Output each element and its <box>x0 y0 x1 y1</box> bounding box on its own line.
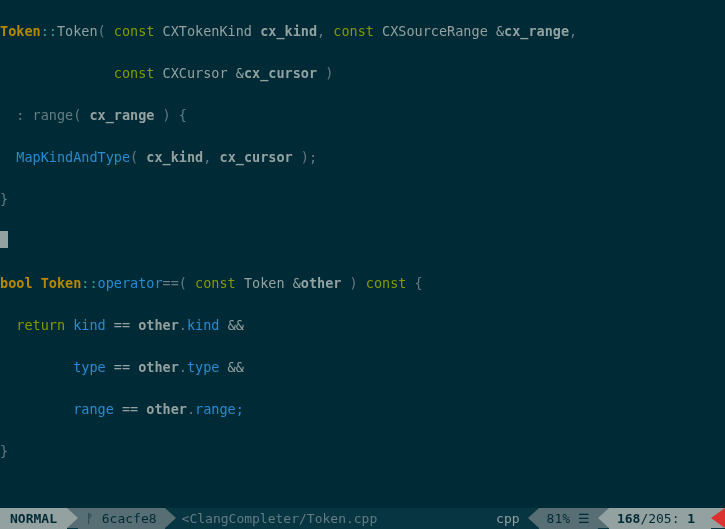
separator-icon <box>598 508 609 528</box>
code-line <box>0 483 725 504</box>
lines-icon: ☰ <box>578 508 590 529</box>
branch-name: 6cacfe8 <box>102 508 157 529</box>
file-path: <ClangCompleter/Token.cpp <box>176 508 478 529</box>
status-bar: NORMAL ᚠ 6cacfe8 <ClangCompleter/Token.c… <box>0 508 725 529</box>
code-line: MapKindAndType( cx_kind, cx_cursor ); <box>0 147 725 168</box>
branch-icon: ᚠ <box>86 508 94 529</box>
cursor-icon <box>0 231 8 248</box>
mode-indicator: NORMAL <box>0 508 67 529</box>
code-line: type == other.type && <box>0 357 725 378</box>
code-line: bool Token::operator==( const Token &oth… <box>0 273 725 294</box>
error-indicator-icon <box>711 508 725 528</box>
code-line: Token::Token( const CXTokenKind cx_kind,… <box>0 21 725 42</box>
code-line: } <box>0 441 725 462</box>
cursor-position: 168/205 : 1 <box>609 508 711 529</box>
code-line: } <box>0 189 725 210</box>
separator-icon <box>477 508 488 528</box>
filetype: cpp <box>488 508 527 529</box>
separator-icon <box>165 508 176 528</box>
separator-icon <box>67 508 78 528</box>
code-line: return kind == other.kind && <box>0 315 725 336</box>
code-line: const CXCursor &cx_cursor ) <box>0 63 725 84</box>
code-editor[interactable]: Token::Token( const CXTokenKind cx_kind,… <box>0 0 725 508</box>
cursor-line <box>0 231 725 252</box>
code-line: range == other.range; <box>0 399 725 420</box>
scroll-percent: 81% ☰ <box>539 508 598 529</box>
git-branch: ᚠ 6cacfe8 <box>78 508 165 529</box>
separator-icon <box>528 508 539 528</box>
code-line: : range( cx_range ) { <box>0 105 725 126</box>
